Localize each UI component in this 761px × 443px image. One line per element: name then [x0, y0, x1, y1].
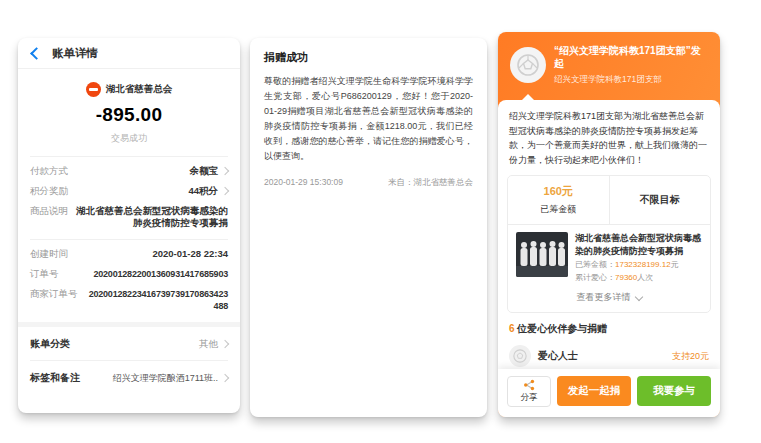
project-raised-value: 1732328199.12: [615, 260, 671, 269]
message-sender: 来自：湖北省慈善总会: [388, 177, 473, 189]
raised-cell: 160元 已筹金额: [508, 176, 609, 224]
project-row[interactable]: 湖北省慈善总会新型冠状病毒感染的肺炎疫情防控专项募捐 已筹金额：17323281…: [508, 225, 710, 287]
row-label: 付款方式: [30, 165, 68, 177]
row-value: 余额宝: [190, 165, 219, 177]
project-donors-value: 79360: [615, 273, 637, 282]
participants-label: 位爱心伙伴参与捐赠: [515, 323, 608, 334]
payment-method-row[interactable]: 付款方式 余额宝: [30, 165, 228, 177]
fundraiser-stats-card: 160元 已筹金额 不限目标: [507, 175, 711, 313]
share-label: 分享: [521, 392, 538, 404]
project-title: 湖北省慈善总会新型冠状病毒感染的肺炎疫情防控专项募捐: [575, 232, 702, 257]
tags-notes-row[interactable]: 标签和备注 绍兴文理学院酿酒1711班..: [30, 372, 228, 384]
view-more-link[interactable]: 查看更多详情: [508, 287, 710, 312]
row-value: 2020-01-28 22:34: [152, 248, 228, 260]
row-value: 2020012822001360931417685903: [93, 268, 228, 280]
chevron-right-icon: [221, 187, 229, 195]
screenshot-canvas: 账单详情 湖北省慈善总会 -895.00 交易成功 付款方式 余额宝 积分奖励 …: [0, 0, 761, 443]
goal-label: 不限目标: [640, 193, 680, 207]
row-value: 其他: [199, 338, 218, 350]
goal-cell: 不限目标: [609, 176, 711, 224]
donor-support-amount: 支持20元: [672, 350, 709, 363]
row-value: 绍兴文理学院酿酒1711班..: [113, 372, 218, 384]
donor-name: 爱心人士: [538, 349, 578, 363]
charity-logo-icon: [86, 82, 101, 97]
row-label: 积分奖励: [30, 185, 68, 197]
emblem-icon: [512, 348, 528, 364]
group-avatar: [510, 47, 546, 83]
product-description-row: 商品说明 湖北省慈善总会新型冠状病毒感染的肺炎疫情防控专项募捐: [30, 205, 228, 229]
row-value: 20200128223416739739170863423488: [86, 288, 229, 312]
bill-header: 账单详情: [18, 38, 240, 69]
project-photo: [516, 232, 568, 277]
message-title: 捐赠成功: [264, 50, 473, 65]
fundraiser-description: 绍兴文理学院科教171团支部为湖北省慈善总会新型冠状病毒感染的肺炎疫情防控专项募…: [498, 100, 720, 167]
start-together-donate-button[interactable]: 发起一起捐: [557, 376, 631, 406]
project-raised-label: 已筹金额：: [575, 260, 615, 269]
divider: [30, 239, 228, 240]
merchant-row: 湖北省慈善总会: [18, 82, 240, 97]
fundraiser-title: “绍兴文理学院科教171团支部”发起: [554, 44, 708, 70]
action-bar: 分享 发起一起捐 我要参与: [498, 369, 720, 417]
message-timestamp: 2020-01-29 15:30:09: [264, 177, 343, 189]
order-number-row: 订单号 2020012822001360931417685903: [30, 268, 228, 280]
donor-avatar: [509, 345, 531, 367]
bill-detail-panel: 账单详情 湖北省慈善总会 -895.00 交易成功 付款方式 余额宝 积分奖励 …: [18, 38, 240, 413]
transaction-amount: -895.00: [18, 104, 240, 126]
project-donors-unit: 人次: [637, 273, 653, 282]
fundraiser-body: 绍兴文理学院科教171团支部为湖北省慈善总会新型冠状病毒感染的肺炎疫情防控专项募…: [498, 100, 720, 417]
fundraiser-header: “绍兴文理学院科教171团支部”发起 绍兴文理学院科教171团支部: [498, 32, 720, 86]
message-body: 尊敬的捐赠者绍兴文理学院生命科学学院环境科学学生党支部，爱心号P68620012…: [264, 74, 473, 164]
merchant-order-number-row: 商家订单号 20200128223416739739170863423488: [30, 288, 228, 312]
project-donors-label: 累计爱心：: [575, 273, 615, 282]
view-more-label: 查看更多详情: [577, 291, 631, 304]
raised-amount: 160元: [544, 184, 573, 199]
page-title: 账单详情: [52, 46, 98, 61]
row-label: 标签和备注: [30, 372, 80, 384]
chevron-right-icon: [221, 374, 229, 382]
project-raised-unit: 元: [671, 260, 679, 269]
share-icon: [523, 379, 535, 391]
row-label: 订单号: [30, 268, 59, 280]
merchant-name: 湖北省慈善总会: [106, 83, 173, 96]
chevron-right-icon: [221, 340, 229, 348]
divider: [30, 360, 228, 361]
fundraiser-subtitle: 绍兴文理学院科教171团支部: [554, 74, 708, 86]
emblem-icon: [515, 52, 541, 78]
row-label: 创建时间: [30, 248, 68, 260]
row-value: 44积分: [188, 185, 218, 197]
back-icon[interactable]: [30, 47, 43, 60]
transaction-status: 交易成功: [30, 132, 228, 157]
join-button[interactable]: 我要参与: [637, 376, 711, 406]
fundraiser-panel: “绍兴文理学院科教171团支部”发起 绍兴文理学院科教171团支部 绍兴文理学院…: [498, 32, 720, 417]
row-label: 商家订单号: [30, 288, 78, 300]
section-separator: [18, 322, 240, 327]
participants-heading: 6 位爱心伙伴参与捐赠: [498, 313, 720, 338]
raised-label: 已筹金额: [540, 203, 576, 216]
points-reward-row[interactable]: 积分奖励 44积分: [30, 185, 228, 197]
share-button[interactable]: 分享: [507, 376, 551, 407]
bill-category-row[interactable]: 账单分类 其他: [30, 338, 228, 350]
row-label: 商品说明: [30, 205, 68, 217]
row-label: 账单分类: [30, 338, 70, 350]
medical-staff-photo: [516, 232, 568, 277]
speech-pointer: [522, 94, 534, 100]
donation-message-panel: 捐赠成功 尊敬的捐赠者绍兴文理学院生命科学学院环境科学学生党支部，爱心号P686…: [250, 38, 487, 417]
row-value: 湖北省慈善总会新型冠状病毒感染的肺炎疫情防控专项募捐: [76, 205, 228, 229]
chevron-down-icon: [634, 292, 642, 300]
create-time-row: 创建时间 2020-01-28 22:34: [30, 248, 228, 260]
chevron-right-icon: [221, 167, 229, 175]
